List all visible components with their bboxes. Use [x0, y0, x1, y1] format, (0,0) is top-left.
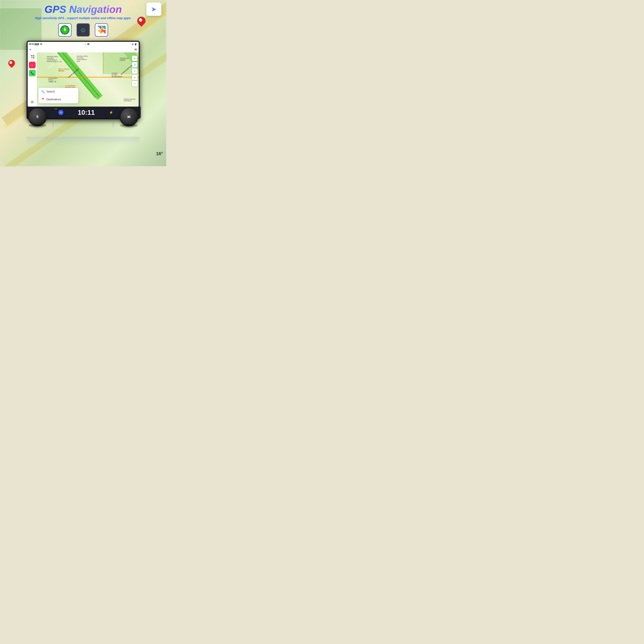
svg-marker-13	[30, 55, 32, 57]
unit-reflection	[27, 137, 140, 145]
bottom-time-display: 10:11	[78, 109, 95, 116]
svg-point-11	[101, 28, 103, 29]
car-head-unit: 10:11 ▌▌▌▌ 4G ⌂ ⊟ 🔊 ▓░	[20, 41, 146, 145]
skip-lines-2	[113, 123, 113, 128]
grid-icon[interactable]: ⊟	[87, 43, 89, 45]
right-knob-container: ⏯	[120, 108, 138, 128]
knob-area: 5 ⏯	[20, 119, 146, 138]
status-bar: 10:11 ▌▌▌▌ 4G ⌂ ⊟ 🔊 ▓░	[28, 42, 139, 46]
destinations-row[interactable]: 📍 Destinations	[38, 96, 78, 103]
map-label-shenzhen-d: Shenzhen ZhihuiInnovationCenter Block D深…	[47, 56, 62, 63]
svg-marker-14	[32, 55, 34, 57]
location-arrow-icon[interactable]: ➤	[29, 48, 31, 51]
left-knob-container: 5	[28, 108, 47, 128]
nav-top-right: 3D	[134, 48, 137, 51]
location-btn[interactable]: ➤	[132, 56, 137, 61]
vol-lines	[53, 123, 54, 128]
screen-display: 10:11 ▌▌▌▌ 4G ⌂ ⊟ 🔊 ▓░	[28, 42, 139, 107]
page-subtitle: High sensitivity GPS , support multiple …	[35, 16, 131, 20]
svg-marker-16	[32, 57, 34, 59]
map-right-controls: ➤ ℹ ⤢ + −	[132, 56, 137, 86]
bottom-nav-icon[interactable]: ➤	[58, 110, 63, 115]
nav-top-bar: ➤ 3D	[28, 46, 139, 52]
map-display[interactable]: Shenzhen ZhihuiInnovationCenter Block D深…	[37, 52, 139, 107]
status-time: 10:11	[29, 43, 34, 45]
sidebar-maps-icon[interactable]	[29, 54, 36, 60]
igo-app-icon[interactable]	[58, 23, 72, 37]
poi-hampton	[122, 73, 124, 75]
zoom-out-btn[interactable]: −	[132, 81, 137, 86]
nav-top-left: ➤	[29, 48, 31, 51]
app-icons-row: ☺	[58, 23, 108, 37]
network-type: 4G	[40, 43, 42, 45]
expand-btn[interactable]: ⤢	[132, 68, 137, 74]
play-pause-icon: ⏯	[127, 114, 131, 119]
signal-bars: ▌▌▌▌	[35, 43, 39, 45]
bluetooth-icon[interactable]: ⚡	[109, 110, 113, 114]
sidebar-grid-icon[interactable]: ⊞	[29, 99, 36, 105]
poi-hanting	[125, 60, 126, 62]
search-panel: 🔍 Search 📍 Destinations	[38, 88, 78, 103]
svg-point-4	[64, 29, 66, 31]
svg-marker-15	[30, 57, 32, 59]
3d-button[interactable]: 3D	[134, 48, 137, 51]
map-label-shenzhen-b: Shenzhen ZhihuiInnovationCenter Block BB…	[77, 55, 88, 63]
poi-weiyi	[62, 69, 63, 70]
status-left: 10:11 ▌▌▌▌ 4G	[29, 43, 42, 45]
volume-number: 5	[36, 115, 38, 119]
map-label-hanting: Hanting Hotel汉庭酒店	[120, 57, 129, 61]
waze-app-icon[interactable]: ☺	[77, 23, 90, 37]
main-content: GPS Navigation High sensitivity GPS , su…	[0, 0, 166, 166]
info-btn[interactable]: ℹ	[132, 62, 137, 67]
screen-bezel: 10:11 ▌▌▌▌ 4G ⌂ ⊟ 🔊 ▓░	[27, 41, 140, 119]
playback-knob[interactable]: ⏯	[121, 108, 137, 125]
destinations-label: Destinations	[46, 98, 61, 101]
volume-knob[interactable]: 5	[29, 108, 46, 125]
map-label-weiyi: Weiyi Dangnian味忆当年	[58, 68, 70, 72]
status-right: 🔊 ▓░	[132, 43, 137, 45]
map-label-hampton: Hamptonby Hilton希尔顿欢朋酒店	[112, 72, 122, 78]
poi-wuling	[66, 85, 68, 86]
vol-lines-2	[52, 122, 53, 126]
page-title: GPS Navigation	[44, 3, 122, 15]
zoom-in-btn[interactable]: +	[132, 75, 137, 80]
home-icon[interactable]: ⌂	[84, 43, 86, 45]
sidebar-phone-icon[interactable]: 📞	[29, 70, 36, 76]
search-icon: 🔍	[41, 90, 45, 93]
road-label-7th: 7TH ROAD	[47, 63, 54, 70]
google-maps-app-icon[interactable]	[95, 23, 108, 37]
search-row[interactable]: 🔍 Search	[38, 88, 78, 96]
nav-top-icons: ⌂ ⊟	[84, 43, 89, 45]
speaker-icon[interactable]: 🔊	[132, 43, 134, 45]
map-left-sidebar: ♪ 📞 ⊞	[28, 52, 37, 107]
vol-label: VOL	[54, 108, 58, 110]
pin-icon: 📍	[41, 98, 45, 101]
search-label: Search	[46, 90, 55, 93]
sidebar-music-icon[interactable]: ♪	[29, 62, 36, 68]
map-label-nanjing: Nanjing YingmoteInformation	[124, 98, 135, 102]
map-label-huashenghui: HuashenghuiBlock E华盛辉 E 座	[48, 77, 57, 83]
battery-icon: ▓░	[135, 43, 137, 45]
skip-lines	[113, 122, 114, 126]
